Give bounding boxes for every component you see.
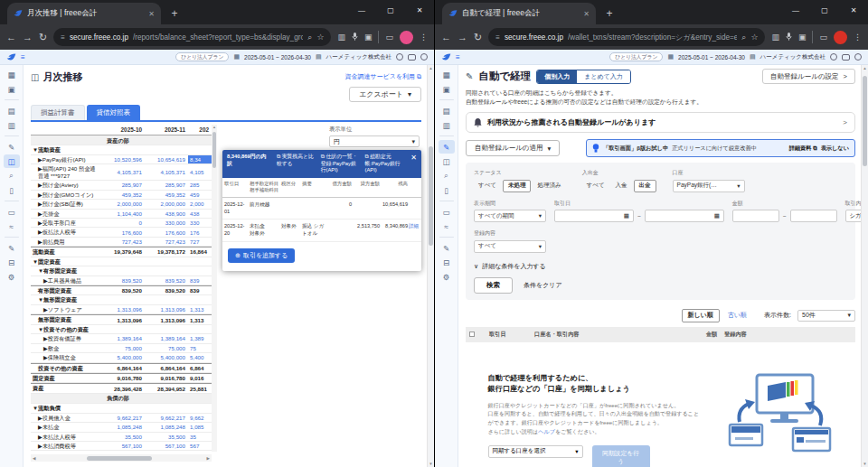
chat-icon[interactable]	[408, 54, 416, 61]
divider[interactable]	[5, 201, 19, 201]
bs-row[interactable]: 資産の部	[31, 135, 212, 145]
gear-icon[interactable]: ⚙	[4, 270, 20, 284]
bs-amount[interactable]: 567,100	[145, 443, 188, 449]
bs-row[interactable]: ▶投資有価証券 1,389,164 1,389,164 1,389	[31, 334, 212, 343]
bs-amount[interactable]: 459,352	[145, 191, 188, 198]
site-info-icon[interactable]: ≡	[495, 33, 500, 42]
scroll-up-icon[interactable]: ▲	[862, 66, 868, 70]
divider[interactable]	[439, 135, 454, 136]
beta-docs-link[interactable]: 詳細資料 ⧉	[789, 145, 817, 153]
bs-amount[interactable]: 176,600	[101, 229, 145, 236]
bs-row[interactable]: ▶仮払法人税等 176,600 176,600 176	[31, 228, 212, 237]
bs-account-label[interactable]: ▼無形固定資産	[31, 295, 101, 304]
bs-row[interactable]: ▶保険積立金 5,400,000 5,400,000 5,400	[31, 353, 212, 362]
bs-row[interactable]: 有形固定資産 839,520 839,520 839	[31, 285, 212, 295]
bs-amount[interactable]: 9,016	[188, 375, 212, 381]
forward-button[interactable]: →	[23, 32, 33, 42]
bs-amount[interactable]: 1,389	[188, 335, 212, 341]
mic-icon[interactable]	[786, 33, 792, 42]
bs-amount[interactable]: 330,000	[145, 219, 188, 226]
document-icon[interactable]: ▤	[439, 104, 455, 117]
bs-account-label[interactable]: ▼固定資産	[31, 257, 101, 266]
plan-badge[interactable]: ひとり法人プラン	[609, 52, 663, 61]
close-button[interactable]: ✕	[839, 0, 868, 21]
bs-amount[interactable]: 459,352	[101, 191, 145, 198]
address-bar[interactable]: ≡ secure.freee.co.jp /reports/balance_sh…	[53, 28, 331, 46]
bs-amount[interactable]: 1,389,164	[145, 335, 188, 341]
address-bar[interactable]: ≡ secure.freee.co.jp /wallet_txns/stream…	[488, 28, 765, 46]
reload-button[interactable]: ↻	[474, 32, 482, 43]
bs-amount[interactable]: 839	[188, 277, 212, 284]
bs-account-label[interactable]: ▼流動負債	[31, 404, 101, 412]
bs-amount[interactable]: 9,662,217	[101, 415, 145, 421]
close-button[interactable]: ✕	[405, 0, 434, 21]
status-done[interactable]: 処理済み	[533, 181, 565, 191]
bs-amount[interactable]: 75,000	[101, 345, 145, 351]
company-name[interactable]: ハーメティック株式会社	[760, 53, 826, 61]
forward-button[interactable]: →	[458, 32, 467, 42]
bs-account-label[interactable]: ▶未払金	[31, 423, 101, 431]
bs-account-label[interactable]: ▶預け金(GMOコイン)	[31, 191, 101, 199]
amount-from-input[interactable]	[732, 210, 779, 222]
bs-account-label[interactable]: 無形固定資産	[31, 315, 101, 323]
popup-link[interactable]: ⧉ 総勘定元帳:PayPay銀行(API)	[365, 154, 403, 174]
dashboard-icon[interactable]: ▣	[439, 82, 455, 96]
inout-all[interactable]: すべて	[582, 181, 609, 191]
divider[interactable]	[439, 237, 454, 238]
beta-dismiss-link[interactable]: 表示しない	[821, 145, 849, 153]
scroll-up-icon[interactable]: ▲	[212, 125, 216, 129]
bs-amount[interactable]: 839,520	[145, 277, 188, 284]
bs-account-label[interactable]: ▶役員借入金	[31, 414, 101, 422]
bs-account-label[interactable]: ▶未払消費税等	[31, 442, 101, 450]
sync-account-select[interactable]: 同期する口座を選択▾	[488, 445, 583, 458]
ledger-detail-link[interactable]: 詳細	[409, 223, 420, 238]
scrollbar-thumb[interactable]	[212, 132, 216, 168]
bs-amount[interactable]: 4,105,371	[101, 169, 145, 175]
search-button[interactable]: 検索	[474, 277, 513, 294]
bs-row[interactable]: ▶預り金 6,021 6,021 176	[31, 451, 212, 452]
scrollbar-thumb[interactable]	[87, 456, 152, 461]
reports-icon[interactable]: ◫	[4, 154, 20, 168]
kebab-menu-icon[interactable]: ⋮	[420, 33, 428, 42]
registration-select[interactable]: すべて▾	[474, 240, 546, 253]
bs-account-label[interactable]: ▶敷金	[31, 344, 101, 352]
bs-col-month[interactable]: 2025-11	[145, 126, 188, 133]
bs-account-label[interactable]: ▶前払費用	[31, 238, 101, 246]
bs-amount[interactable]: 567,100	[101, 443, 145, 449]
bs-row[interactable]: ▶受取手形口座 0 330,000 330	[31, 219, 212, 228]
bs-amount[interactable]: 2,000	[188, 201, 212, 207]
popup-link[interactable]: ⧉ 仕訳の一覧・登録:PayPay銀行(API)	[321, 154, 359, 174]
auto-rule-settings-button[interactable]: 自動登録ルールの設定>	[762, 69, 855, 84]
search-icon[interactable]: ⌕	[741, 33, 746, 42]
bs-amount[interactable]: 438,900	[145, 210, 188, 217]
bs-account-label[interactable]: ▶PayPay銀行(API)	[31, 155, 101, 163]
divider[interactable]	[439, 201, 454, 201]
back-button[interactable]: ←	[441, 32, 451, 42]
bs-amount[interactable]: 5,400	[188, 354, 212, 360]
tab-close-icon[interactable]: ✕	[583, 10, 590, 18]
bs-amount[interactable]: 75,000	[145, 345, 188, 351]
bs-amount[interactable]: 567	[188, 443, 212, 449]
fiscal-period[interactable]: 2025-05-01 ~ 2026-04-30	[678, 54, 745, 61]
ledger-row[interactable]: 2025-12-01 前月繰越 0 10,654,619	[222, 198, 421, 220]
minimize-button[interactable]: —	[781, 0, 810, 21]
bs-account-label[interactable]: ▶預り金	[31, 451, 101, 452]
divider[interactable]	[439, 99, 454, 100]
reports-icon[interactable]: ◫	[439, 154, 455, 168]
side-panel-icon[interactable]: ▥	[771, 33, 779, 42]
card-icon[interactable]: ▭	[4, 205, 20, 219]
ledger-row[interactable]: 2025-12-20 未払金対象外 対象外 振込 シガ トオル 2,513,75…	[222, 219, 421, 242]
search-icon[interactable]: ⌕	[307, 33, 312, 42]
freee-logo[interactable]	[6, 52, 16, 62]
profile-avatar[interactable]	[834, 31, 847, 44]
bs-row[interactable]: ▼流動資産	[31, 145, 212, 154]
document-export-icon[interactable]: ▥	[439, 118, 455, 132]
bs-row[interactable]: ▶未払法人税等 35,500 35,500 35	[31, 433, 212, 442]
edit-icon[interactable]: ✎	[4, 140, 20, 154]
bs-amount[interactable]: 330	[188, 219, 212, 226]
bs-amount[interactable]: 727,423	[101, 238, 145, 245]
user-icon[interactable]	[830, 53, 837, 61]
bs-row[interactable]: ▶未払金 1,085,248 1,085,248 1,085	[31, 423, 212, 432]
help-link[interactable]: ヘルプ	[538, 428, 555, 434]
bs-amount[interactable]: 1,085,248	[101, 424, 145, 430]
